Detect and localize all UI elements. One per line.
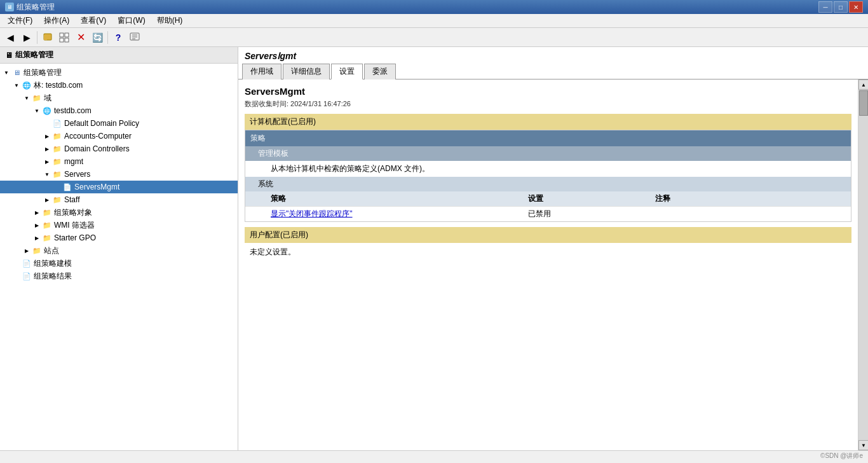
tree-item-gporesult[interactable]: 📄 组策略结果 [0,270,238,282]
expander-root[interactable]: ▼ [1,67,11,78]
title-bar-left: 🖥 组策略管理 [5,2,55,13]
maximize-button[interactable]: □ [834,1,848,13]
app-icon: 🖥 [5,3,14,11]
scroll-thumb[interactable] [859,90,868,116]
label-accounts: Accounts-Computer [64,132,132,141]
icon-serversmgmt: 📄 [62,182,72,192]
user-config-header: 用户配置(已启用) [245,227,851,243]
menu-window[interactable]: 窗口(W) [112,14,150,27]
tree-item-servers[interactable]: ▼ 📁 Servers [0,168,238,181]
col-policy: 策略 [271,193,528,204]
icon-staff: 📁 [52,195,62,205]
watermark: ©SDN @讲师e [820,452,863,460]
computer-config-header: 计算机配置(已启用) [245,114,851,130]
expander-gpobjects[interactable]: ▶ [32,207,42,218]
toolbar: ◀ ▶ ✕ 🔄 ? [0,28,868,47]
icon-gporesult: 📄 [22,271,32,281]
right-scrollbar: ▲ ▼ [858,79,868,450]
expander-mgmt[interactable]: ▶ [42,156,52,167]
menu-file[interactable]: 文件(F) [3,14,37,27]
label-startergpo: Starter GPO [54,233,96,242]
close-button[interactable]: ✕ [849,1,863,13]
label-sites: 站点 [44,245,59,256]
tree-item-startergpo[interactable]: ▶ 📁 Starter GPO [0,232,238,244]
expander-accounts[interactable]: ▶ [42,131,52,141]
scroll-down-button[interactable]: ▼ [858,440,868,450]
expander-dc[interactable]: ▶ [42,144,52,154]
export-button[interactable] [127,30,142,45]
icon-mgmt: 📁 [52,156,62,167]
tree-item-serversmgmt[interactable]: 📄 ServersMgmt [0,181,238,193]
expand-button[interactable] [57,30,72,45]
tree-item-root[interactable]: ▼ 🖥 组策略管理 [0,66,238,79]
main-layout: 🖥 组策略管理 ▼ 🖥 组策略管理 ▼ 🌐 林: testdb.com ▼ 📁 … [0,47,868,450]
menu-action[interactable]: 操作(A) [39,14,74,27]
user-config-text: 未定义设置。 [250,247,295,256]
tree-item-dc[interactable]: ▶ 📁 Domain Controllers [0,142,238,155]
label-root: 组策略管理 [24,67,62,78]
label-domains: 域 [44,93,51,104]
label-staff: Staff [64,195,79,204]
left-panel-header: 🖥 组策略管理 [0,47,238,64]
refresh-button[interactable]: 🔄 [90,30,105,45]
label-forest: 林: testdb.com [34,80,83,91]
tree-item-staff[interactable]: ▶ 📁 Staff [0,193,238,206]
icon-sites: 📁 [32,245,42,256]
tree-item-gpobjects[interactable]: ▶ 📁 组策略对象 [0,206,238,219]
tree-item-sites[interactable]: ▶ 📁 站点 [0,244,238,257]
right-content-wrapper: ServersMgmt 数据收集时间: 2024/1/31 16:47:26 计… [238,79,868,450]
icon-gpobjects: 📁 [42,207,52,218]
tree-item-wmi[interactable]: ▶ 📁 WMI 筛选器 [0,219,238,232]
expander-servers[interactable]: ▼ [42,169,52,179]
svg-rect-4 [60,38,64,42]
label-servers: Servers [64,170,90,179]
tree-item-mgmt[interactable]: ▶ 📁 mgmt [0,155,238,168]
expander-forest[interactable]: ▼ [11,80,22,90]
title-bar: 🖥 组策略管理 ─ □ ✕ [0,0,868,14]
up-button[interactable] [40,30,55,45]
menu-help[interactable]: 帮助(H) [152,14,188,27]
scroll-up-button[interactable]: ▲ [858,79,868,90]
policy-section-computer: 策略 管理模板 从本地计算机中检索的策略定义(ADMX 文件)。 系统 策略 设… [245,130,851,222]
svg-rect-5 [65,38,69,42]
delete-button[interactable]: ✕ [73,30,88,45]
col-setting: 设置 [528,193,655,204]
help-button[interactable]: ? [111,30,126,45]
icon-gpobuilder: 📄 [22,258,32,268]
tab-scope[interactable]: 作用域 [242,64,281,79]
expander-staff[interactable]: ▶ [42,195,52,205]
label-wmi: WMI 筛选器 [54,220,95,231]
tree-item-testdb[interactable]: ▼ 🌐 testdb.com [0,104,238,117]
tree-item-gpobuilder[interactable]: 📄 组策略建模 [0,257,238,270]
tab-settings[interactable]: 设置 [331,64,363,79]
expander-sites[interactable]: ▶ [22,245,32,256]
tree-item-accounts[interactable]: ▶ 📁 Accounts-Computer [0,130,238,142]
content-timestamp: 数据收集时间: 2024/1/31 16:47:26 [245,99,851,109]
title-bar-controls: ─ □ ✕ [818,1,863,13]
svg-rect-3 [65,33,69,37]
expander-domains[interactable]: ▼ [22,93,32,103]
policy-setting: 已禁用 [528,209,655,219]
policy-comment [655,209,846,219]
expander-testdb[interactable]: ▼ [32,106,42,116]
tree-item-forest[interactable]: ▼ 🌐 林: testdb.com [0,79,238,92]
forward-button[interactable]: ▶ [19,30,34,45]
expander-startergpo[interactable]: ▶ [32,233,42,243]
back-button[interactable]: ◀ [3,30,18,45]
icon-startergpo: 📁 [42,233,52,243]
tab-delegation[interactable]: 委派 [364,64,396,79]
tree-item-domains[interactable]: ▼ 📁 域 [0,92,238,104]
user-config-content: 未定义设置。 [245,243,851,261]
tab-details[interactable]: 详细信息 [283,64,330,79]
col-comment: 注释 [655,193,846,204]
menu-view[interactable]: 查看(V) [76,14,111,27]
policy-link[interactable]: 显示"关闭事件跟踪程序" [271,209,528,219]
svg-rect-1 [44,35,47,40]
status-bar [0,450,868,463]
expander-wmi[interactable]: ▶ [32,220,42,230]
minimize-button[interactable]: ─ [818,1,832,13]
tree-item-ddp[interactable]: 📄 Default Domain Policy [0,117,238,130]
svg-rect-2 [60,33,64,37]
admx-description: 从本地计算机中检索的策略定义(ADMX 文件)。 [245,161,851,177]
menu-bar: 文件(F) 操作(A) 查看(V) 窗口(W) 帮助(H) [0,14,868,28]
